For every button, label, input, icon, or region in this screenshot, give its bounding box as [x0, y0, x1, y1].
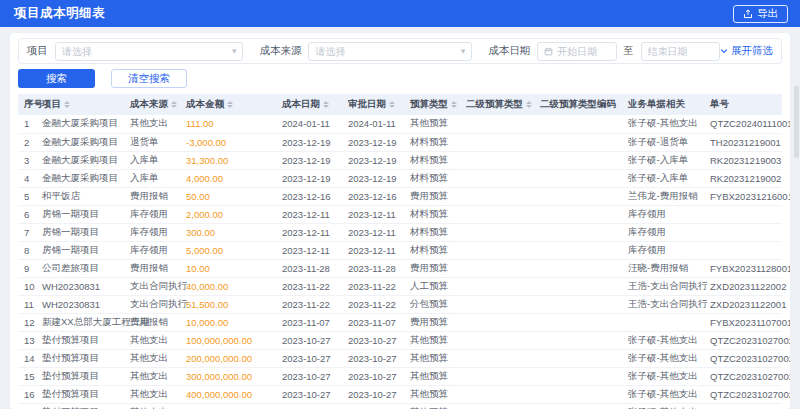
table-cell: 2023-11-07 — [348, 313, 410, 331]
table-cell: 垫付预算项目 — [42, 367, 130, 385]
table-row[interactable]: 12新建XX总部大厦工程二期费用报销10,000.002023-11-07202… — [18, 313, 782, 331]
date-end-input[interactable] — [641, 42, 720, 61]
table-row[interactable]: 13垫付预算项目其他支出100,000,000.002023-10-272023… — [18, 331, 782, 349]
table-cell: 2023-11-22 — [348, 277, 410, 295]
table-cell — [466, 187, 540, 205]
table-cell: 2023-10-27 — [282, 403, 348, 409]
clear-search-button[interactable]: 清空搜索 — [111, 69, 187, 88]
table-row[interactable]: 15垫付预算项目其他支出300,000,000.002023-10-272023… — [18, 367, 782, 385]
table-cell: WH20230831 — [42, 277, 130, 295]
sort-icon[interactable] — [526, 101, 532, 109]
column-header[interactable]: 成本金额 — [186, 94, 282, 115]
sort-icon[interactable] — [389, 101, 395, 109]
table-cell: 15 — [18, 367, 42, 385]
table-row[interactable]: 9公司差旅项目费用报销10.002023-11-282023-11-28费用预算… — [18, 259, 782, 277]
table-cell — [710, 241, 782, 259]
table-header-row: 序号项目成本来源成本金额成本日期审批日期预算类型二级预算类型二级预算类型编码业务… — [18, 94, 782, 115]
expand-filter-link[interactable]: 展开筛选 — [720, 44, 773, 58]
table-row[interactable]: 16垫付预算项目其他支出400,000,000.002023-10-272023… — [18, 385, 782, 403]
column-header: 业务单据相关 — [628, 94, 710, 115]
column-header[interactable]: 成本来源 — [130, 94, 186, 115]
table-cell: 10,000.00 — [186, 313, 282, 331]
table-row[interactable]: 8房锦一期项目库存领用5,000.002023-12-112023-12-11材… — [18, 241, 782, 259]
table-cell: 其他预算 — [410, 385, 466, 403]
date-filter-label: 成本日期 — [488, 44, 530, 58]
search-button[interactable]: 搜索 — [18, 69, 95, 88]
column-header[interactable]: 预算类型 — [410, 94, 466, 115]
table-cell: 其他支出 — [130, 115, 186, 133]
table-cell: 金融大厦采购项目 — [42, 169, 130, 187]
sort-icon[interactable] — [171, 101, 177, 109]
column-header: 单号 — [710, 94, 782, 115]
table-row[interactable]: 14垫付预算项目其他支出200,000,000.002023-10-272023… — [18, 349, 782, 367]
table-cell — [710, 205, 782, 223]
table-cell — [540, 259, 628, 277]
expand-filter-label: 展开筛选 — [731, 44, 773, 58]
table-cell — [466, 115, 540, 133]
date-start-input[interactable] — [537, 42, 616, 61]
table-cell: 费用预算 — [410, 313, 466, 331]
date-start-field[interactable] — [557, 46, 609, 57]
table-row[interactable]: 2金融大厦采购项目退货单-3,000.002023-12-192023-12-1… — [18, 133, 782, 151]
table-cell: 17 — [18, 403, 42, 409]
table-row[interactable]: 4金融大厦采购项目入库单4,000.002023-12-192023-12-19… — [18, 169, 782, 187]
export-button[interactable]: 导出 — [733, 5, 788, 23]
table-cell: 2023-12-16 — [348, 187, 410, 205]
table-cell: 张子硕-其他支出 — [628, 385, 710, 403]
table-cell: 4,000.00 — [186, 169, 282, 187]
table-cell: QTZC20231027002 — [710, 331, 782, 349]
table-cell — [466, 385, 540, 403]
table-row[interactable]: 6房锦一期项目库存领用2,000.002023-12-112023-12-11材… — [18, 205, 782, 223]
table-cell: 支出合同执行 — [130, 277, 186, 295]
table-cell — [466, 241, 540, 259]
sort-icon[interactable] — [451, 101, 457, 109]
table-cell: 50.00 — [186, 187, 282, 205]
date-range-separator: 至 — [624, 44, 634, 58]
table-cell — [540, 115, 628, 133]
column-header: 二级预算类型编码 — [540, 94, 628, 115]
table-cell: 10 — [18, 277, 42, 295]
table-cell: 2023-12-19 — [348, 169, 410, 187]
sort-icon[interactable] — [323, 101, 329, 109]
table-row[interactable]: 17垫付预算项目其他支出500,000,000.002023-10-272023… — [18, 403, 782, 409]
table-row[interactable]: 7房锦一期项目库存领用300.002023-12-112023-12-11材料预… — [18, 223, 782, 241]
date-end-field[interactable] — [648, 46, 713, 57]
table-cell: 111.00 — [186, 115, 282, 133]
vertical-scrollbar[interactable] — [794, 86, 799, 158]
table-cell: 房锦一期项目 — [42, 223, 130, 241]
table-cell: 张子硕-其他支出 — [628, 331, 710, 349]
table-cell — [466, 223, 540, 241]
table-cell: 库存领用 — [130, 223, 186, 241]
chevron-down-icon: ▾ — [232, 46, 237, 56]
sort-icon[interactable] — [227, 101, 233, 109]
table-cell: 其他预算 — [410, 367, 466, 385]
table-cell — [466, 349, 540, 367]
source-select[interactable]: ▾ — [308, 42, 472, 61]
table-cell: 300,000,000.00 — [186, 367, 282, 385]
table-row[interactable]: 10WH20230831支出合同执行40,000.002023-11-22202… — [18, 277, 782, 295]
table-cell: 200,000,000.00 — [186, 349, 282, 367]
table-row[interactable]: 11WH20230831支出合同执行51,500.002023-11-22202… — [18, 295, 782, 313]
table-row[interactable]: 3金融大厦采购项目入库单31,300.002023-12-192023-12-1… — [18, 151, 782, 169]
table-cell: 2023-10-27 — [282, 349, 348, 367]
table-cell: 分包预算 — [410, 295, 466, 313]
table-row[interactable]: 5和平饭店费用报销50.002023-12-162023-12-16费用预算兰伟… — [18, 187, 782, 205]
table-cell — [466, 277, 540, 295]
table-cell: 2023-11-22 — [348, 295, 410, 313]
column-header[interactable]: 项目 — [42, 94, 130, 115]
table-cell: ZXD20231122002 — [710, 277, 782, 295]
table-cell — [540, 403, 628, 409]
column-header[interactable]: 成本日期 — [282, 94, 348, 115]
table-cell: 材料预算 — [410, 205, 466, 223]
table-cell: 2023-12-11 — [348, 205, 410, 223]
source-select-input[interactable] — [315, 46, 457, 57]
column-header[interactable]: 审批日期 — [348, 94, 410, 115]
table-cell: 库存领用 — [130, 205, 186, 223]
column-header[interactable]: 二级预算类型 — [466, 94, 540, 115]
filter-bar: 项目 ▾ 成本来源 ▾ 成本日期 至 — [18, 38, 782, 64]
project-select[interactable]: ▾ — [55, 42, 243, 61]
sort-icon[interactable] — [64, 101, 70, 109]
table-row[interactable]: 1金融大厦采购项目其他支出111.002024-01-112024-01-11其… — [18, 115, 782, 133]
project-select-input[interactable] — [62, 46, 229, 57]
table-cell: 库存领用 — [628, 223, 710, 241]
